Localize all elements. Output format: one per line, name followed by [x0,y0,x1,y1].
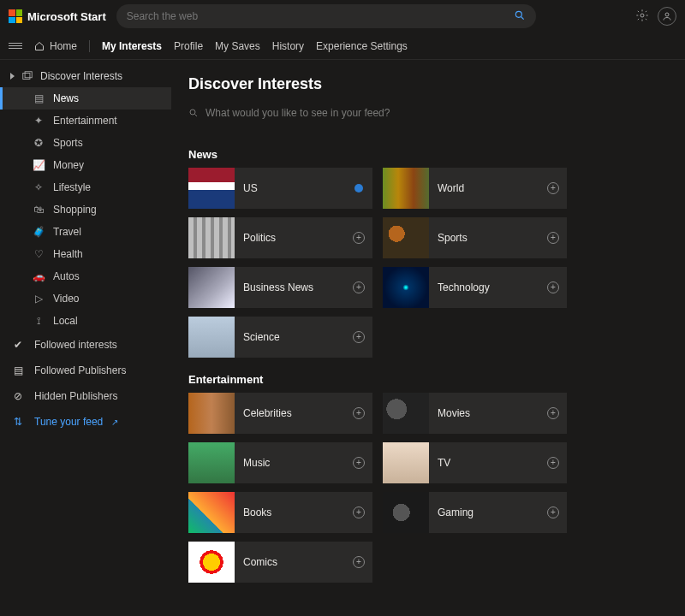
thumb-world [383,168,429,209]
sidebar-item-sports[interactable]: ✪Sports [0,132,171,154]
card-business-news[interactable]: Business News+ [188,267,372,308]
add-icon[interactable]: + [546,457,567,469]
sidebar-item-news[interactable]: ▤News [0,87,171,110]
card-technology[interactable]: Technology+ [383,267,567,308]
settings-icon[interactable] [635,9,649,25]
add-icon[interactable]: + [546,506,567,518]
sidebar-label: Tune your feed [34,416,103,428]
search-input[interactable] [127,10,514,22]
sidebar-item-autos[interactable]: 🚗Autos [0,265,171,287]
sidebar-item-label: Sports [53,137,83,149]
add-icon[interactable]: + [546,281,567,293]
news-grid: US World+ Politics+ Sports+ Business New… [188,168,668,358]
card-world[interactable]: World+ [383,168,567,209]
sidebar-item-local[interactable]: ⟟Local [0,310,171,332]
thumb-celebrities [188,393,235,434]
sidebar-item-money[interactable]: 📈Money [0,154,171,176]
sidebar-item-entertainment[interactable]: ✦Entertainment [0,110,171,132]
svg-rect-4 [23,74,30,80]
card-books[interactable]: Books+ [188,492,372,533]
sidebar-item-travel[interactable]: 🧳Travel [0,221,171,243]
home-icon [34,41,45,51]
add-icon[interactable]: + [352,457,372,469]
card-sports[interactable]: Sports+ [383,217,567,258]
add-icon[interactable]: + [352,506,372,518]
sidebar-tune-feed[interactable]: ⇅Tune your feed↗ [0,409,171,435]
web-search-bar[interactable] [116,4,536,28]
add-icon[interactable]: + [546,182,567,194]
card-label: Sports [429,232,546,244]
brand-block[interactable]: Microsoft Start [9,9,106,23]
cards-icon [21,70,33,82]
add-icon[interactable]: + [352,232,372,244]
add-icon[interactable]: + [352,331,372,343]
add-icon[interactable]: + [546,232,567,244]
card-music[interactable]: Music+ [188,442,372,483]
sidebar-item-video[interactable]: ▷Video [0,287,171,310]
add-icon[interactable]: + [352,281,372,293]
feed-search[interactable]: What would you like to see in your feed? [188,102,668,127]
sidebar-item-label: Lifestyle [53,181,91,193]
sidebar-hidden-publishers[interactable]: ⊘Hidden Publishers [0,383,171,409]
external-link-icon: ↗ [111,418,118,427]
section-title-entertainment: Entertainment [188,373,668,386]
top-bar: Microsoft Start [0,0,685,33]
nav-home[interactable]: Home [34,40,77,52]
search-icon[interactable] [514,9,526,24]
card-label: Books [235,506,352,518]
card-gaming[interactable]: Gaming+ [383,492,567,533]
news-icon: ▤ [33,92,45,104]
sidebar-discover-label: Discover Interests [40,70,122,82]
add-icon[interactable]: + [546,407,567,419]
entertainment-grid: Celebrities+ Movies+ Music+ TV+ Books+ G… [188,393,668,583]
publishers-icon: ▤ [14,364,26,376]
card-us[interactable]: US [188,168,372,209]
followed-indicator-icon[interactable] [352,184,372,192]
card-science[interactable]: Science+ [188,317,372,358]
sidebar: Discover Interests ▤News ✦Entertainment … [0,60,171,616]
card-politics[interactable]: Politics+ [188,217,372,258]
travel-icon: 🧳 [33,226,45,238]
sidebar-discover-interests[interactable]: Discover Interests [0,65,171,87]
nav-my-interests[interactable]: My Interests [102,40,162,52]
add-icon[interactable]: + [352,407,372,419]
card-celebrities[interactable]: Celebrities+ [188,393,372,434]
nav-profile[interactable]: Profile [174,40,203,52]
feed-search-placeholder: What would you like to see in your feed? [206,107,390,119]
sidebar-label: Hidden Publishers [34,390,117,402]
lifestyle-icon: ✧ [33,181,45,193]
card-movies[interactable]: Movies+ [383,393,567,434]
svg-point-3 [665,13,669,16]
thumb-tv [383,442,429,483]
card-comics[interactable]: Comics+ [188,542,372,583]
card-label: US [235,182,352,194]
tune-icon: ⇅ [14,416,26,428]
thumb-business [188,267,235,308]
sports-icon: ✪ [33,137,45,149]
sidebar-item-health[interactable]: ♡Health [0,243,171,265]
add-icon[interactable]: + [352,556,372,568]
card-label: World [429,182,546,194]
nav-history[interactable]: History [272,40,304,52]
nav-my-saves[interactable]: My Saves [215,40,260,52]
sidebar-followed-publishers[interactable]: ▤Followed Publishers [0,358,171,383]
card-label: Business News [235,281,352,293]
card-tv[interactable]: TV+ [383,442,567,483]
page-title: Discover Interests [188,75,668,93]
nav-experience-settings[interactable]: Experience Settings [316,40,408,52]
topbar-actions [635,7,676,26]
account-icon[interactable] [658,7,676,26]
menu-icon[interactable] [9,43,22,49]
card-label: Movies [429,407,546,419]
sidebar-item-label: Local [53,315,78,327]
thumb-gaming [383,492,429,533]
thumb-movies [383,393,429,434]
entertainment-icon: ✦ [33,115,45,127]
sidebar-item-lifestyle[interactable]: ✧Lifestyle [0,176,171,198]
sidebar-item-label: Video [53,293,79,305]
sidebar-followed-interests[interactable]: ✔Followed interests [0,332,171,358]
thumb-technology [383,267,429,308]
autos-icon: 🚗 [33,270,45,282]
card-label: Celebrities [235,407,352,419]
sidebar-item-shopping[interactable]: 🛍Shopping [0,198,171,221]
